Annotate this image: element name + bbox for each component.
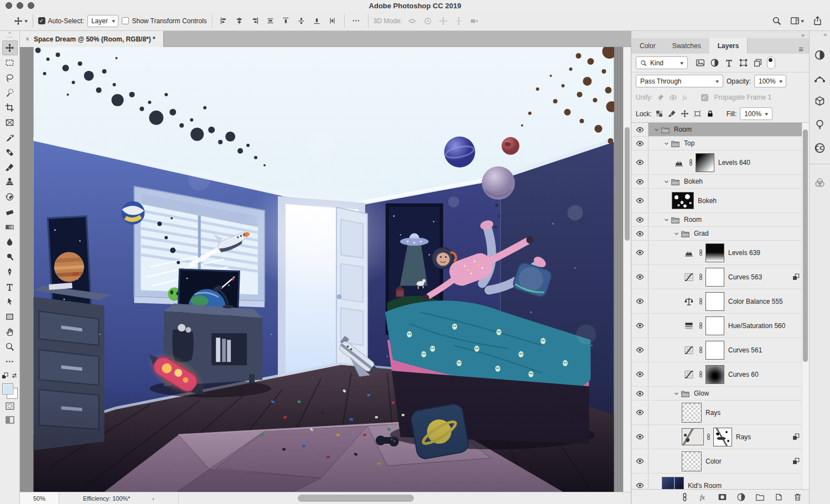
brush-tool[interactable] bbox=[2, 160, 18, 175]
layer-row[interactable]: Bokeh bbox=[631, 189, 809, 213]
swap-colors-icon[interactable] bbox=[11, 371, 18, 381]
expand-collapse-caret-icon[interactable] bbox=[652, 127, 661, 133]
filter-smart-objects-icon[interactable] bbox=[753, 58, 762, 67]
layer-name[interactable]: Curves 60 bbox=[728, 371, 759, 378]
layer-mask-thumbnail[interactable] bbox=[706, 292, 724, 311]
layer-visibility-toggle[interactable] bbox=[631, 338, 649, 362]
layer-name[interactable]: Hue/Saturation 560 bbox=[728, 322, 785, 330]
learn-panel-icon[interactable] bbox=[812, 116, 828, 133]
share-icon[interactable] bbox=[813, 16, 822, 25]
layer-visibility-toggle[interactable] bbox=[631, 137, 649, 150]
default-colors-icon[interactable] bbox=[2, 371, 8, 381]
clone-stamp-tool[interactable] bbox=[2, 175, 18, 190]
zoom-tool[interactable] bbox=[2, 339, 18, 354]
align-left-edges-icon[interactable] bbox=[217, 14, 231, 28]
layer-name[interactable]: Curves 561 bbox=[728, 346, 762, 354]
filter-type-layers-icon[interactable] bbox=[724, 58, 734, 67]
type-tool[interactable] bbox=[2, 279, 18, 294]
workspace-switcher-icon[interactable]: ▾ bbox=[790, 16, 804, 25]
zoom-window-button[interactable] bbox=[28, 2, 34, 9]
expand-collapse-caret-icon[interactable] bbox=[672, 391, 681, 397]
layer-visibility-toggle[interactable] bbox=[631, 123, 649, 136]
path-selection-tool[interactable] bbox=[2, 294, 18, 309]
layer-row[interactable]: Rays bbox=[631, 401, 809, 425]
layer-mask-thumbnail[interactable] bbox=[706, 243, 724, 262]
layer-mask-thumbnail[interactable] bbox=[706, 365, 724, 384]
filter-kind-select[interactable]: Kind ▾ bbox=[636, 56, 688, 69]
filter-adjustment-layers-icon[interactable] bbox=[710, 58, 719, 67]
layer-row[interactable]: Levels 639 bbox=[631, 241, 809, 265]
layer-row[interactable]: Glow bbox=[631, 387, 809, 401]
layer-mask-thumbnail[interactable] bbox=[713, 428, 732, 446]
mask-link-icon[interactable] bbox=[697, 273, 705, 280]
add-layer-mask-icon[interactable] bbox=[718, 492, 727, 502]
expand-collapse-caret-icon[interactable] bbox=[662, 217, 671, 223]
layer-name[interactable]: Curves 563 bbox=[728, 273, 762, 281]
screen-mode-button[interactable] bbox=[5, 415, 15, 427]
quick-selection-tool[interactable] bbox=[2, 85, 18, 100]
layer-name[interactable]: Room bbox=[684, 216, 702, 224]
opacity-field[interactable]: 100% ▾ bbox=[754, 75, 786, 87]
layer-name[interactable]: Bokeh bbox=[698, 197, 717, 205]
layer-name[interactable]: Room bbox=[674, 126, 692, 133]
layer-name[interactable]: Glow bbox=[694, 389, 709, 397]
layer-row[interactable]: Color bbox=[631, 449, 809, 474]
mask-link-icon[interactable] bbox=[697, 371, 705, 378]
lasso-tool[interactable] bbox=[2, 70, 18, 85]
show-transform-controls-checkbox[interactable] bbox=[122, 17, 129, 24]
dodge-tool[interactable] bbox=[2, 250, 18, 264]
hand-tool[interactable] bbox=[2, 324, 18, 339]
layer-row[interactable]: Color Balance 555 bbox=[631, 289, 809, 314]
distribute-vertical-centers-icon[interactable] bbox=[295, 14, 308, 28]
mask-link-icon[interactable] bbox=[704, 433, 713, 440]
align-bottom-edges-icon[interactable] bbox=[310, 14, 324, 28]
layer-thumbnail[interactable] bbox=[682, 403, 702, 423]
layer-visibility-toggle[interactable] bbox=[631, 401, 649, 424]
status-chevron-icon[interactable]: › bbox=[152, 495, 154, 502]
layer-thumbnail[interactable] bbox=[662, 477, 684, 490]
layer-row[interactable]: Rays bbox=[631, 425, 809, 449]
link-layers-icon[interactable] bbox=[680, 492, 689, 502]
mask-link-icon[interactable] bbox=[687, 159, 695, 166]
layer-filter-toggle[interactable] bbox=[767, 56, 775, 69]
lock-artboard-icon[interactable] bbox=[693, 110, 702, 118]
layer-visibility-toggle[interactable] bbox=[631, 189, 649, 212]
layer-mask-thumbnail[interactable] bbox=[706, 268, 724, 287]
mask-link-icon[interactable] bbox=[697, 298, 705, 305]
mask-link-icon[interactable] bbox=[697, 249, 705, 256]
fill-field[interactable]: 100% ▾ bbox=[740, 107, 772, 120]
move-tool[interactable] bbox=[2, 40, 18, 55]
close-tab-icon[interactable]: × bbox=[25, 35, 29, 43]
new-adjustment-layer-icon[interactable] bbox=[736, 492, 746, 502]
delete-layer-icon[interactable] bbox=[793, 492, 802, 502]
channels-panel-icon[interactable] bbox=[812, 174, 828, 191]
align-right-edges-icon[interactable] bbox=[248, 14, 262, 28]
adjustment-layer-icon[interactable] bbox=[682, 248, 696, 258]
layer-visibility-toggle[interactable] bbox=[631, 150, 649, 174]
libraries-panel-icon[interactable] bbox=[812, 139, 828, 156]
layer-visibility-toggle[interactable] bbox=[631, 425, 649, 449]
quick-mask-button[interactable] bbox=[5, 401, 15, 413]
adjustment-layer-icon[interactable] bbox=[672, 158, 686, 168]
layer-row[interactable]: Room bbox=[631, 123, 809, 137]
blur-tool[interactable] bbox=[2, 235, 18, 250]
frame-tool[interactable] bbox=[2, 115, 18, 130]
document-canvas[interactable] bbox=[33, 47, 614, 492]
foreground-color-swatch[interactable] bbox=[3, 384, 13, 394]
layer-name[interactable]: Color Balance 555 bbox=[728, 298, 783, 305]
auto-select-checkbox[interactable]: ✓ bbox=[38, 17, 45, 24]
layer-row[interactable]: Levels 640 bbox=[631, 150, 809, 175]
history-brush-tool[interactable] bbox=[2, 190, 18, 205]
dock-grip[interactable] bbox=[815, 40, 826, 43]
dock-grip[interactable] bbox=[815, 168, 826, 171]
layer-name[interactable]: Top bbox=[684, 139, 694, 147]
layer-name[interactable]: Rays bbox=[706, 409, 720, 417]
layer-visibility-toggle[interactable] bbox=[631, 175, 649, 188]
spot-healing-brush-tool[interactable] bbox=[2, 145, 18, 160]
layer-name[interactable]: Levels 640 bbox=[718, 159, 750, 167]
dock-collapse-icon[interactable]: « bbox=[823, 31, 827, 38]
more-align-options-button[interactable] bbox=[350, 14, 363, 28]
rectangular-marquee-tool[interactable] bbox=[2, 55, 18, 70]
adjustment-layer-icon[interactable] bbox=[682, 297, 696, 306]
tool-preset-caret-icon[interactable]: ▾ bbox=[24, 18, 28, 24]
